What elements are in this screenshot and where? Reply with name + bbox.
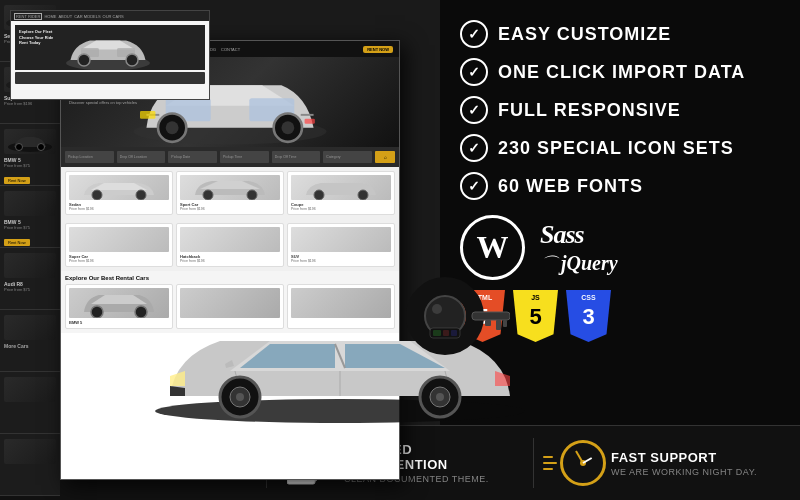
preview-top-content: Explore Our Fleet Choose Your Ride Rent … bbox=[11, 21, 209, 99]
car-name: More Cars bbox=[4, 343, 56, 349]
pickup-date-label: Pickup Date bbox=[171, 155, 190, 159]
car-image bbox=[180, 227, 280, 252]
rent-now-button[interactable]: Rent Now bbox=[4, 239, 30, 246]
fast-support-title: FAST SUPPORT bbox=[611, 450, 785, 465]
svg-point-46 bbox=[236, 393, 244, 401]
car-price: Price from $196 bbox=[180, 259, 280, 263]
pickup-time-field[interactable]: Pickup Time bbox=[220, 151, 269, 163]
list-item: BMW 5 Price from $75 Rent Now bbox=[0, 186, 60, 248]
check-icon bbox=[460, 172, 488, 200]
jquery-prefix: ⌒ bbox=[540, 252, 558, 276]
check-icon bbox=[460, 134, 488, 162]
svg-point-26 bbox=[247, 190, 257, 200]
feature-label: FULL RESPONSIVE bbox=[498, 100, 681, 121]
speed-line bbox=[543, 468, 553, 470]
dropoff-location-field[interactable]: Drop Off Location bbox=[117, 151, 166, 163]
feature-label: 60 WEB FONTS bbox=[498, 176, 643, 197]
svg-point-8 bbox=[38, 144, 45, 151]
rent-now-nav-button[interactable]: RENT NOW bbox=[363, 46, 393, 53]
svg-point-13 bbox=[126, 54, 138, 66]
svg-rect-21 bbox=[140, 111, 155, 119]
svg-rect-22 bbox=[305, 119, 315, 124]
car-grid-2: Super Car Price from $196 Hatchback Pric… bbox=[61, 219, 399, 271]
svg-point-7 bbox=[16, 144, 23, 151]
dropoff-location-label: Drop Off Location bbox=[120, 155, 147, 159]
car-price: Price from $75 bbox=[4, 225, 56, 230]
car-image bbox=[291, 175, 391, 200]
clock-icon bbox=[560, 440, 606, 486]
car-grid: Sedan Price from $196 Sport Car Price fr… bbox=[61, 167, 399, 219]
category-field[interactable]: Category bbox=[323, 151, 372, 163]
fast-support-item: FAST SUPPORT WE ARE WORKING NIGHT DAY. bbox=[534, 438, 800, 488]
preview-top-hero: Explore Our Fleet Choose Your Ride Rent … bbox=[15, 25, 205, 70]
css3-shield: CSS 3 bbox=[566, 290, 611, 342]
car-price: Price from $75 bbox=[4, 163, 56, 168]
list-item: Super Car Price from $196 bbox=[65, 223, 173, 267]
feature-item-easy-customize: EASY CUSTOMIZE bbox=[460, 20, 780, 48]
svg-point-25 bbox=[203, 190, 213, 200]
features-list: EASY CUSTOMIZE ONE CLICK IMPORT DATA FUL… bbox=[460, 20, 780, 200]
preview-top-form bbox=[15, 72, 205, 84]
car-thumbnail bbox=[4, 439, 56, 464]
svg-point-28 bbox=[358, 190, 368, 200]
speed-lines bbox=[543, 456, 557, 470]
svg-rect-40 bbox=[443, 330, 449, 336]
feature-item-one-click-import: ONE CLICK IMPORT DATA bbox=[460, 58, 780, 86]
sass-logo: Sass bbox=[540, 220, 618, 250]
nav-contact: CONTACT bbox=[221, 47, 240, 52]
feature-item-web-fonts: 60 WEB FONTS bbox=[460, 172, 780, 200]
list-item bbox=[0, 372, 60, 434]
search-button[interactable]: ⌕ bbox=[375, 151, 395, 163]
speed-line bbox=[543, 462, 557, 464]
pickup-location-field[interactable]: Pickup Location bbox=[65, 151, 114, 163]
rental-form-bar: Pickup Location Drop Off Location Pickup… bbox=[61, 147, 399, 167]
hero-car-small-svg bbox=[15, 27, 203, 70]
feature-label: 230 SPECIAL ICON SETS bbox=[498, 138, 734, 159]
clock-hour-hand bbox=[582, 457, 592, 464]
list-item: BMW 5 Price from $75 Rent Now bbox=[0, 124, 60, 186]
svg-rect-33 bbox=[472, 312, 510, 320]
css3-number: 3 bbox=[582, 304, 594, 330]
speedometer-group bbox=[543, 440, 606, 486]
list-item: Hatchback Price from $196 bbox=[176, 223, 284, 267]
car-price: Price from $75 bbox=[4, 287, 56, 292]
dropoff-time-field[interactable]: Drop Off Time bbox=[272, 151, 321, 163]
pickup-time-label: Pickup Time bbox=[223, 155, 242, 159]
list-item: Sedan Price from $196 bbox=[65, 171, 173, 215]
svg-rect-39 bbox=[433, 330, 441, 336]
fast-support-text: FAST SUPPORT WE ARE WORKING NIGHT DAY. bbox=[611, 450, 785, 477]
nav-about: ABOUT bbox=[58, 14, 72, 19]
fast-support-subtitle: WE ARE WORKING NIGHT DAY. bbox=[611, 467, 785, 477]
js-number: 5 bbox=[529, 304, 541, 330]
pickup-location-label: Pickup Location bbox=[68, 155, 93, 159]
pickup-date-field[interactable]: Pickup Date bbox=[168, 151, 217, 163]
rent-now-button[interactable]: Rent Now bbox=[4, 177, 30, 184]
wordpress-icon: W bbox=[460, 215, 525, 280]
preview-top: RENT RIDER HOME ABOUT CAR MODELS OUR CAR… bbox=[10, 10, 210, 100]
car-thumbnail bbox=[4, 191, 56, 216]
svg-point-27 bbox=[314, 190, 324, 200]
svg-rect-35 bbox=[496, 320, 501, 330]
car-thumbnail bbox=[4, 129, 56, 154]
jquery-row: ⌒ jQuery bbox=[540, 252, 618, 276]
feature-item-full-responsive: FULL RESPONSIVE bbox=[460, 96, 780, 124]
svg-point-37 bbox=[432, 304, 442, 314]
car-price: Price from $196 bbox=[180, 207, 280, 211]
category-label: Category bbox=[326, 155, 340, 159]
nav-ours: OUR CARS bbox=[103, 14, 124, 19]
svg-rect-41 bbox=[451, 330, 457, 336]
speed-line bbox=[543, 456, 553, 458]
feature-label: EASY CUSTOMIZE bbox=[498, 24, 671, 45]
list-item: SUV Price from $196 bbox=[287, 223, 395, 267]
list-item: More Cars bbox=[0, 310, 60, 372]
svg-point-24 bbox=[136, 190, 146, 200]
js-label: JS bbox=[531, 294, 540, 301]
feature-item-special-icons: 230 SPECIAL ICON SETS bbox=[460, 134, 780, 162]
logo-text: RENT RIDER bbox=[14, 13, 42, 20]
car-image bbox=[69, 175, 169, 200]
sass-jquery-col: Sass ⌒ jQuery bbox=[540, 220, 618, 276]
check-icon bbox=[460, 58, 488, 86]
fast-support-icon bbox=[549, 438, 599, 488]
dropoff-time-label: Drop Off Time bbox=[275, 155, 297, 159]
svg-rect-36 bbox=[503, 320, 507, 327]
